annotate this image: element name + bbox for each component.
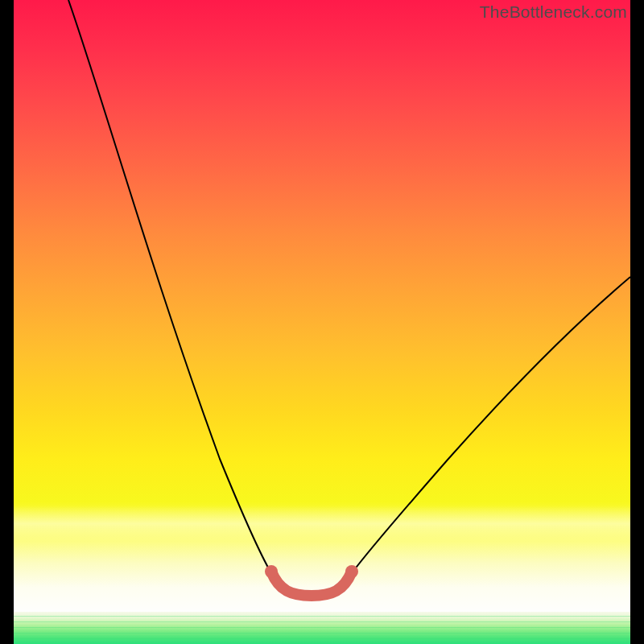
green-stripe bbox=[14, 621, 630, 622]
green-stripe bbox=[14, 627, 630, 628]
green-stripe bbox=[14, 616, 630, 617]
watermark-text: TheBottleneck.com bbox=[480, 2, 627, 22]
green-stripe bbox=[14, 638, 630, 639]
gradient-background bbox=[14, 0, 630, 612]
black-bar-right bbox=[630, 0, 644, 644]
plot-area bbox=[14, 0, 630, 644]
black-bar-left bbox=[0, 0, 14, 644]
green-stripe bbox=[14, 633, 630, 634]
chart-stage: TheBottleneck.com bbox=[0, 0, 644, 644]
green-gradient-bottom bbox=[14, 612, 630, 644]
